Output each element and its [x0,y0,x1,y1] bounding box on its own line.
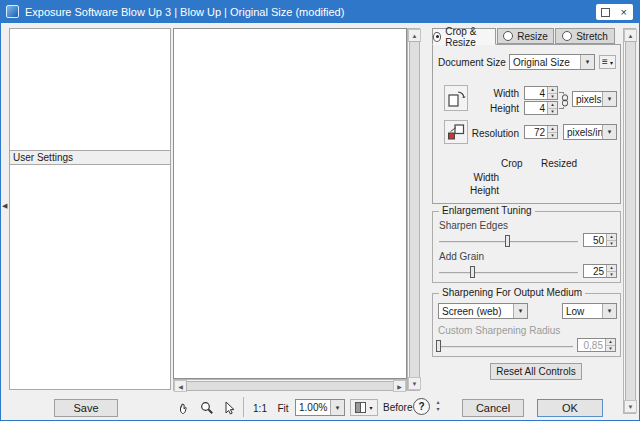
document-size-select[interactable]: Original Size ▾ [509,54,595,70]
chevron-down-icon: ▾ [369,404,372,411]
preview-vscrollbar[interactable]: ▲ ▼ [407,28,420,391]
fit-button[interactable]: Fit [273,400,293,416]
scroll-down-button[interactable]: ▼ [408,377,421,390]
custom-radius-slider-thumb[interactable] [436,340,441,352]
units-value: pixels [573,92,602,106]
add-grain-slider-thumb[interactable] [470,266,475,278]
spin-down-icon: ▾ [607,241,616,247]
close-button[interactable]: × [615,4,634,20]
close-icon: × [621,6,627,18]
units-select[interactable]: pixels ▾ [572,91,617,107]
scroll-up-icon: ▲ [412,33,418,39]
vscroll-thumb[interactable] [409,41,420,380]
fit-label: Fit [277,403,288,414]
custom-radius-label: Custom Sharpening Radius [438,325,560,336]
width-field[interactable]: 4 ▴▾ [524,86,558,100]
hand-icon [177,400,193,416]
width-value: 4 [525,87,547,99]
resolution-units-select[interactable]: pixels/in ▾ [563,124,617,140]
custom-radius-slider-track[interactable] [437,346,573,348]
chevron-down-icon: ▾ [330,400,344,415]
before-toggle[interactable]: Before [383,402,412,413]
select-tool-button[interactable] [219,398,239,418]
spin-down-icon: ▾ [548,133,557,139]
height-value: 4 [525,102,547,114]
window-title: Exposure Software Blow Up 3 | Blow Up | … [25,6,344,18]
table-row-height: Height [459,185,499,196]
collapse-left-icon: ◀ [2,202,7,209]
user-settings-list[interactable] [9,164,171,390]
ok-button[interactable]: OK [537,399,603,417]
panel-scroll-down-button[interactable]: ▼ [624,400,637,413]
add-grain-label: Add Grain [439,251,484,262]
ok-label: OK [562,402,578,414]
scroll-right-button[interactable]: ▶ [393,380,406,392]
preview-canvas[interactable] [173,28,407,379]
table-col-resized: Resized [541,158,577,169]
add-grain-value: 25 [584,265,606,277]
panel-down-icon: ▾ [436,406,439,413]
link-dimensions-toggle[interactable] [560,94,569,107]
split-view-icon [355,402,366,413]
reset-all-controls-button[interactable]: Reset All Controls [490,363,582,380]
width-spinner[interactable]: ▴▾ [547,87,557,99]
panel-resize-handle[interactable]: ▴ ▾ [434,399,442,413]
save-button[interactable]: Save [54,399,118,417]
document-size-label: Document Size [438,57,506,68]
preview-hscrollbar[interactable]: ◀ ▶ [173,379,407,391]
sharpen-edges-spinner[interactable]: ▴▾ [606,234,616,246]
maximize-button[interactable] [596,4,615,20]
panel-scroll-thumb[interactable] [625,41,636,403]
height-field[interactable]: 4 ▴▾ [524,101,558,115]
zoom-tool-button[interactable] [197,398,217,418]
tab-resize[interactable]: Resize [497,28,554,44]
resolution-field[interactable]: 72 ▴▾ [524,125,558,139]
output-medium-value: Screen (web) [439,304,513,318]
preview-split-select[interactable]: ▾ [350,399,378,416]
chevron-down-icon: ▾ [602,125,616,139]
tab-stretch[interactable]: Stretch [555,28,615,44]
help-button[interactable]: ? [413,398,430,415]
user-settings-header[interactable]: User Settings [9,150,171,165]
custom-radius-field[interactable]: 0,85 ▴▾ [577,338,616,352]
sharpen-edges-slider-thumb[interactable] [505,235,510,247]
cancel-button[interactable]: Cancel [462,399,524,417]
resolution-label: Resolution [459,128,519,139]
chevron-down-icon: ▾ [580,55,594,69]
add-grain-field[interactable]: 25 ▴▾ [583,264,617,278]
pan-tool-button[interactable] [175,398,195,418]
zoom-level-select[interactable]: 1.00% ▾ [295,399,345,416]
cancel-label: Cancel [476,402,510,414]
chain-link-icon [561,94,569,107]
sharpen-edges-field[interactable]: 50 ▴▾ [583,233,617,247]
hscroll-thumb[interactable] [186,381,396,391]
resolution-spinner[interactable]: ▴▾ [547,126,557,138]
rotate-page-icon [446,88,466,108]
tab-crop-resize[interactable]: Crop & Resize [432,28,496,45]
zoom-level-value: 1.00% [296,400,330,415]
chevron-down-icon: ▾ [602,304,616,318]
panel-scrollbar[interactable]: ▲ ▼ [623,28,636,414]
add-grain-slider-track[interactable] [439,272,578,274]
custom-radius-spinner[interactable]: ▴▾ [605,339,615,351]
output-medium-select[interactable]: Screen (web) ▾ [438,303,528,319]
spin-down-icon: ▾ [548,94,557,100]
width-label: Width [475,88,519,99]
height-spinner[interactable]: ▴▾ [547,102,557,114]
save-label: Save [73,402,98,414]
help-label: ? [418,401,424,412]
sidebar-collapse-arrow[interactable]: ◀ [2,202,7,210]
title-bar[interactable]: Exposure Software Blow Up 3 | Blow Up | … [1,1,639,23]
one-to-one-button[interactable]: 1:1 [249,400,271,416]
output-sharpening-title: Sharpening For Output Medium [439,287,585,298]
tab-stretch-label: Stretch [576,31,608,42]
magnifier-icon [199,400,215,416]
table-row-width: Width [459,172,499,183]
sharpen-amount-select[interactable]: Low ▾ [562,303,617,319]
enlargement-tuning-title: Enlargement Tuning [439,205,535,216]
orientation-rotate-button[interactable] [444,85,468,111]
factory-settings-list[interactable] [9,28,171,151]
preset-menu-button[interactable]: ≡ ▾ [599,55,616,69]
sharpen-amount-value: Low [563,304,602,318]
add-grain-spinner[interactable]: ▴▾ [606,265,616,277]
